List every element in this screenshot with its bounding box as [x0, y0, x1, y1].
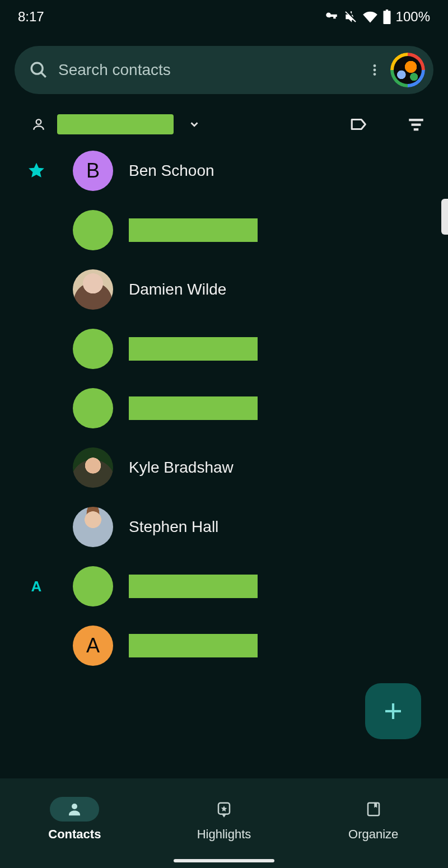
person-icon: [31, 117, 46, 132]
avatar-redacted: [73, 329, 113, 369]
mute-icon: [343, 10, 358, 24]
contact-row[interactable]: [0, 200, 431, 260]
bookmark-icon: [365, 801, 382, 818]
svg-point-3: [374, 69, 376, 72]
plus-icon: [381, 699, 405, 723]
nav-label: Organize: [348, 827, 398, 842]
nav-label: Highlights: [197, 827, 251, 842]
svg-point-11: [72, 804, 77, 809]
svg-point-4: [374, 73, 376, 76]
contact-name: Kyle Bradshaw: [129, 459, 234, 477]
contact-name-redacted: [129, 337, 258, 361]
contact-row[interactable]: Kyle Bradshaw: [0, 438, 431, 497]
filter-icon[interactable]: [407, 115, 426, 134]
status-bar: 8:17 100%: [0, 0, 448, 34]
svg-line-1: [41, 73, 46, 77]
avatar: A: [73, 626, 113, 666]
avatar: B: [73, 151, 113, 191]
battery-percent: 100%: [396, 9, 430, 25]
svg-rect-7: [412, 124, 421, 126]
contact-name-redacted: [129, 396, 258, 420]
nav-label: Contacts: [48, 827, 101, 842]
person-icon: [66, 801, 83, 818]
svg-rect-13: [368, 803, 379, 816]
more-icon[interactable]: [367, 63, 382, 77]
nav-contacts[interactable]: Contacts: [0, 797, 150, 842]
nav-handle[interactable]: [174, 859, 274, 862]
contact-name-redacted: [129, 218, 258, 242]
profile-avatar[interactable]: [392, 54, 423, 86]
contact-row[interactable]: [0, 379, 431, 438]
scroll-indicator[interactable]: [441, 199, 448, 235]
avatar: [73, 269, 113, 310]
search-icon: [29, 60, 48, 80]
search-input[interactable]: Search contacts: [58, 61, 357, 79]
contact-name-redacted: [129, 634, 258, 657]
avatar-redacted: [73, 566, 113, 606]
svg-point-0: [31, 63, 43, 74]
contact-row[interactable]: Damien Wilde: [0, 260, 431, 319]
svg-point-5: [36, 119, 41, 124]
avatar-redacted: [73, 388, 113, 428]
account-name-redacted[interactable]: [57, 114, 174, 134]
contacts-list: B Ben Schoon Damien Wilde Kyle Bradshaw …: [0, 141, 448, 675]
status-right: 100%: [324, 9, 430, 25]
contact-row[interactable]: A: [0, 616, 431, 675]
svg-rect-8: [414, 128, 419, 130]
status-time: 8:17: [18, 9, 44, 25]
vpn-key-icon: [324, 10, 339, 24]
sparkle-icon: [216, 801, 232, 818]
contact-row[interactable]: B Ben Schoon: [0, 141, 431, 200]
contact-name-redacted: [129, 575, 258, 598]
svg-rect-6: [409, 119, 423, 121]
avatar: [73, 507, 113, 547]
contact-row[interactable]: A: [0, 557, 431, 616]
letter-index: A: [31, 578, 42, 595]
battery-icon: [382, 10, 391, 24]
contact-row[interactable]: Stephen Hall: [0, 497, 431, 557]
chevron-down-icon[interactable]: [188, 118, 200, 130]
label-icon[interactable]: [349, 115, 368, 134]
account-selector-row: [0, 94, 448, 141]
avatar-redacted: [73, 210, 113, 250]
contact-name: Damien Wilde: [129, 281, 226, 298]
nav-highlights[interactable]: Highlights: [150, 797, 299, 842]
svg-point-2: [374, 64, 376, 67]
contact-row[interactable]: [0, 319, 431, 379]
search-bar[interactable]: Search contacts: [15, 46, 433, 94]
contact-name: Stephen Hall: [129, 518, 218, 536]
avatar: [73, 447, 113, 488]
bottom-nav: Contacts Highlights Organize: [0, 778, 448, 868]
nav-organize[interactable]: Organize: [298, 797, 448, 842]
add-contact-fab[interactable]: [365, 683, 421, 739]
contact-name: Ben Schoon: [129, 162, 214, 180]
wifi-icon: [362, 9, 378, 25]
star-icon: [27, 161, 46, 180]
